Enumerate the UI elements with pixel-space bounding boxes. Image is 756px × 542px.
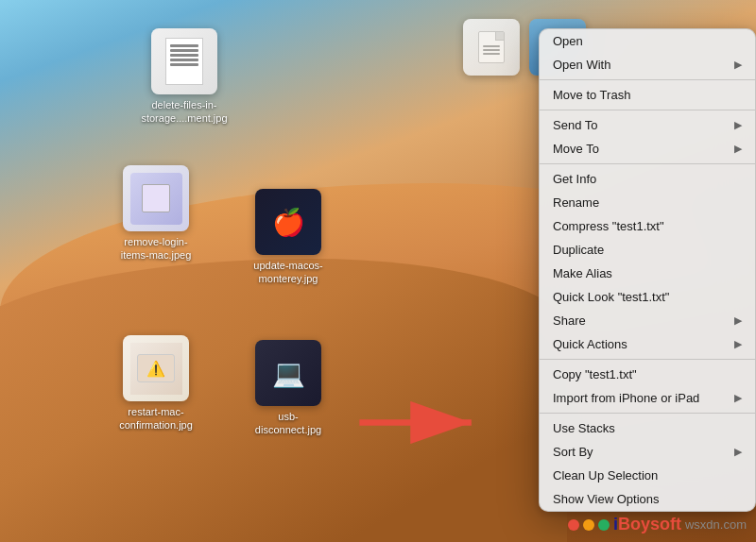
icon-thumbnail-usb: 💻 xyxy=(255,340,321,406)
traffic-lights xyxy=(568,519,610,531)
menu-item-quick-actions[interactable]: Quick Actions ▶ xyxy=(540,332,755,356)
doc-shape xyxy=(478,31,505,63)
menu-item-move-to[interactable]: Move To ▶ xyxy=(540,137,755,161)
desktop-icon-usb[interactable]: 💻 usb-disconnect.jpg xyxy=(241,340,335,437)
menu-item-quick-look[interactable]: Quick Look "test1.txt" xyxy=(540,285,755,309)
menu-item-clean-up[interactable]: Clean Up Selection xyxy=(540,464,755,487)
desktop-icon-remove-login[interactable]: remove-login-items-mac.jpeg xyxy=(109,165,203,263)
red-arrow xyxy=(354,397,487,449)
menu-item-open[interactable]: Open xyxy=(540,29,755,53)
arrow-icon: ▶ xyxy=(734,338,742,350)
icon-thumbnail-delete xyxy=(151,28,217,94)
arrow-icon: ▶ xyxy=(734,143,742,155)
brand-name: iBoysoft xyxy=(613,515,681,534)
icon-thumbnail-update: 🍎 xyxy=(255,189,321,255)
desktop-icon-restart[interactable]: ⚠️ restart-mac-confirmation.jpg xyxy=(109,335,203,432)
dot-red xyxy=(568,519,579,531)
menu-item-use-stacks[interactable]: Use Stacks xyxy=(540,416,755,440)
menu-item-make-alias[interactable]: Make Alias xyxy=(540,262,755,285)
separator-4 xyxy=(540,359,755,360)
menu-item-rename[interactable]: Rename xyxy=(540,191,755,214)
icon-label-remove: remove-login-items-mac.jpeg xyxy=(121,235,192,263)
separator-1 xyxy=(540,79,755,80)
arrow-icon: ▶ xyxy=(734,446,742,458)
arrow-icon: ▶ xyxy=(734,59,742,71)
watermark: iBoysoft wsxdn.com xyxy=(568,515,747,534)
arrow-icon: ▶ xyxy=(734,314,742,327)
menu-item-show-view[interactable]: Show View Options xyxy=(540,487,755,511)
menu-item-share[interactable]: Share ▶ xyxy=(540,309,755,332)
desktop-icon-delete-files[interactable]: delete-files-in- storage....ment.jpg xyxy=(137,28,232,126)
separator-5 xyxy=(540,413,755,414)
icon-label-delete: delete-files-in- storage....ment.jpg xyxy=(137,98,232,126)
menu-item-copy[interactable]: Copy "test1.txt" xyxy=(540,363,755,386)
context-menu: Open Open With ▶ Move to Trash Send To ▶… xyxy=(539,28,756,512)
menu-item-get-info[interactable]: Get Info xyxy=(540,167,755,191)
arrow-icon: ▶ xyxy=(734,392,742,404)
dot-green xyxy=(598,519,610,531)
menu-item-duplicate[interactable]: Duplicate xyxy=(540,238,755,262)
icon-thumbnail-restart: ⚠️ xyxy=(123,335,189,401)
top-icon-document[interactable] xyxy=(463,19,520,76)
icon-label-update: update-macos-monterey.jpg xyxy=(253,259,322,286)
menu-item-import-iphone[interactable]: Import from iPhone or iPad ▶ xyxy=(540,386,755,410)
menu-item-send-to[interactable]: Send To ▶ xyxy=(540,113,755,137)
separator-3 xyxy=(540,163,755,164)
menu-item-sort-by[interactable]: Sort By ▶ xyxy=(540,440,755,464)
icon-thumbnail-remove xyxy=(123,165,189,231)
desktop-icon-update-macos[interactable]: 🍎 update-macos-monterey.jpg xyxy=(241,189,335,286)
menu-item-open-with[interactable]: Open With ▶ xyxy=(540,53,755,76)
brand-domain: wsxdn.com xyxy=(685,517,747,532)
icon-label-restart: restart-mac-confirmation.jpg xyxy=(119,405,193,432)
menu-item-compress[interactable]: Compress "test1.txt" xyxy=(540,214,755,238)
separator-2 xyxy=(540,110,755,110)
dot-yellow xyxy=(583,519,594,531)
menu-item-move-to-trash[interactable]: Move to Trash xyxy=(540,83,755,107)
arrow-icon: ▶ xyxy=(734,119,742,131)
icon-label-usb: usb-disconnect.jpg xyxy=(255,410,321,437)
